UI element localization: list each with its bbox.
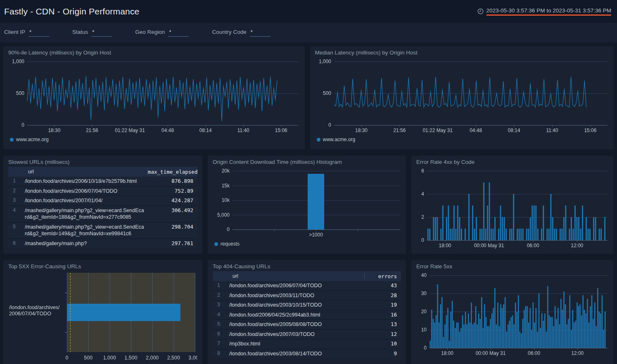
- cell-index: 4: [8, 207, 25, 221]
- table-row[interactable]: 7/mp3box.html10: [213, 339, 401, 349]
- clock-icon: [477, 8, 484, 14]
- col-url: url: [25, 168, 148, 175]
- cell-index: 6: [8, 240, 25, 247]
- cell-url: /london.food/archives/2005/08/08/TODO: [229, 321, 365, 328]
- time-range-picker[interactable]: 2023-05-30 3:57:36 PM to 2023-05-31 3:57…: [477, 7, 611, 16]
- cell-value: 43: [365, 282, 401, 289]
- filter-label: Client IP: [4, 29, 25, 35]
- panel-title: 90%-ile Latency (millisecs) by Origin Ho…: [8, 50, 300, 56]
- time-range-text[interactable]: 2023-05-30 3:57:36 PM to 2023-05-31 3:57…: [486, 7, 611, 16]
- cell-url: /london.food/archives/2003/08/14/TODO: [229, 350, 365, 357]
- table-row[interactable]: 5/london.food/archives/2005/08/08/TODO13: [213, 319, 401, 329]
- cell-index: 3: [8, 197, 25, 204]
- cell-value: 9: [365, 350, 401, 357]
- panel-download-histogram: Origin Content Download Time (millisecs)…: [208, 156, 406, 254]
- table-row[interactable]: 3/london.food/archives/2003/10/15/TODO19: [213, 300, 401, 310]
- legend-dot: [10, 138, 14, 142]
- panel-error-5xx: Error Rate 5xx: [411, 260, 613, 364]
- table-row[interactable]: 2/london.food/archives/2006/07/04/TODO75…: [8, 186, 197, 196]
- cell-url: /london.food/2006/04/25/2c994ab3.html: [229, 312, 365, 319]
- table-row[interactable]: 5/mashed/gallery/main.php?g2_view=ecard.…: [8, 222, 197, 239]
- panel-error-4xx: Error Rate 4xx by Code: [411, 156, 613, 254]
- cell-url: /london.food/archives/2003/10/15/TODO: [229, 302, 365, 309]
- table-row[interactable]: 6/mashed/gallery/main.php?297.761: [8, 239, 197, 248]
- panel-title: Error Rate 4xx by Code: [416, 159, 608, 165]
- error-rate-4xx-chart[interactable]: [416, 167, 608, 251]
- panel-title: Top 404-Causing URLs: [213, 263, 401, 269]
- top-5xx-urls-chart[interactable]: [8, 271, 197, 363]
- panel-top-404-urls: Top 404-Causing URLs url errors 1/london…: [208, 260, 406, 364]
- download-time-histogram[interactable]: [213, 167, 401, 240]
- cell-index: 2: [213, 292, 229, 299]
- cell-url: /mashed/gallery/main.php?g2_view=ecard.S…: [25, 224, 148, 237]
- top-404-table: url errors 1/london.food/archives/2006/0…: [213, 271, 401, 358]
- filter-label: Status: [72, 29, 88, 35]
- panel-title: Origin Content Download Time (millisecs)…: [213, 159, 401, 165]
- col-errors: errors: [365, 273, 401, 279]
- latency-90-chart[interactable]: [8, 57, 299, 136]
- table-row[interactable]: 4/london.food/2006/04/25/2c994ab3.html16: [213, 310, 401, 320]
- status-input[interactable]: *: [91, 29, 112, 37]
- legend-label: www.acme.org: [323, 137, 356, 142]
- cell-index: 3: [213, 302, 229, 309]
- error-rate-5xx-chart[interactable]: [416, 271, 608, 359]
- cell-url: /mashed/gallery/main.php?g2_view=ecard.S…: [25, 207, 148, 221]
- col-max-time: max_time_elapsed: [148, 169, 197, 175]
- latency-median-chart[interactable]: [315, 57, 608, 136]
- cell-index: 6: [213, 331, 229, 338]
- panel-top-5xx-urls: Top 5XX Error-Causing URLs: [3, 260, 202, 364]
- table-row[interactable]: 1/london.food/archives/2006/10/18/e7b257…: [8, 177, 197, 186]
- panel-slowest-urls: Slowest URLs (millisecs) url max_time_el…: [3, 156, 202, 254]
- table-row[interactable]: 1/london.food/archives/2006/07/04/TODO43: [213, 281, 401, 291]
- cell-value: 876.898: [148, 178, 197, 185]
- cell-url: /mp3box.html: [229, 340, 365, 347]
- filter-geo-region: Geo Region *: [135, 29, 189, 37]
- cell-index: 5: [213, 321, 229, 328]
- cell-index: 4: [213, 312, 229, 319]
- cell-value: 298.704: [148, 224, 197, 237]
- cell-url: /london.food/archives/2006/07/04/TODO: [25, 188, 148, 195]
- panel-latency-median: Median Latency (millisecs) by Origin Hos…: [310, 46, 614, 149]
- panel-title: Top 5XX Error-Causing URLs: [8, 263, 197, 269]
- cell-url: /mashed/gallery/main.php?: [25, 240, 148, 247]
- cell-index: 1: [8, 178, 25, 185]
- chart-legend[interactable]: requests: [213, 240, 401, 247]
- legend-label: requests: [221, 241, 240, 247]
- cell-index: 5: [8, 224, 25, 237]
- cell-index: 7: [213, 340, 229, 347]
- page-title: Fastly - CDN - Origin Performance: [4, 7, 140, 17]
- client-ip-input[interactable]: *: [28, 29, 49, 37]
- dashboard-header: Fastly - CDN - Origin Performance 2023-0…: [0, 0, 617, 23]
- cell-value: 424.287: [148, 197, 197, 204]
- panel-title: Error Rate 5xx: [416, 263, 608, 269]
- table-row[interactable]: 4/mashed/gallery/main.php?g2_view=ecard.…: [8, 206, 197, 222]
- legend-dot: [317, 138, 320, 142]
- table-row[interactable]: 3/london.food/archives/2007/01/04/424.28…: [8, 196, 197, 206]
- country-code-input[interactable]: *: [250, 29, 271, 37]
- filter-label: Geo Region: [135, 29, 165, 35]
- chart-legend[interactable]: www.acme.org: [8, 136, 300, 142]
- table-row[interactable]: 2/london.food/archives/2003/11/TODO28: [213, 291, 401, 300]
- chart-legend[interactable]: www.acme.org: [315, 136, 609, 142]
- cell-index: 2: [8, 188, 25, 195]
- cell-value: 13: [365, 321, 401, 328]
- filter-status: Status *: [72, 29, 112, 37]
- table-row[interactable]: 8/london.food/archives/2003/08/14/TODO9: [213, 349, 401, 359]
- cell-url: /london.food/archives/2007/03/TODO: [229, 331, 365, 338]
- cell-value: 297.761: [148, 240, 197, 247]
- cell-value: 10: [365, 340, 401, 347]
- cell-value: 306.492: [148, 207, 197, 221]
- panel-latency-90: 90%-ile Latency (millisecs) by Origin Ho…: [3, 46, 305, 149]
- cell-url: /london.food/archives/2007/01/04/: [25, 197, 148, 204]
- panel-title: Slowest URLs (millisecs): [8, 159, 197, 165]
- filter-country-code: Country Code *: [212, 29, 270, 37]
- filter-label: Country Code: [212, 29, 246, 35]
- cell-index: 1: [213, 282, 229, 289]
- table-row[interactable]: 6/london.food/archives/2007/03/TODO12: [213, 329, 401, 339]
- panel-title: Median Latency (millisecs) by Origin Hos…: [315, 50, 609, 56]
- dashboard-grid: 90%-ile Latency (millisecs) by Origin Ho…: [0, 43, 617, 364]
- slowest-urls-table: url max_time_elapsed 1/london.food/archi…: [8, 167, 197, 248]
- geo-region-input[interactable]: *: [168, 29, 189, 37]
- cell-value: 16: [365, 312, 401, 319]
- table-header: url max_time_elapsed: [8, 167, 197, 177]
